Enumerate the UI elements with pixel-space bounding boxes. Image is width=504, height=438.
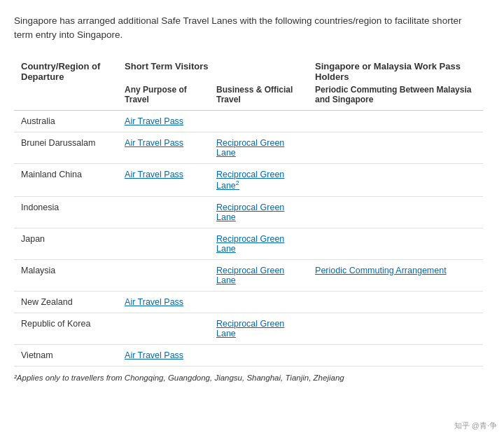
reciprocal-green-lane-link[interactable]: Reciprocal Green Lane bbox=[216, 203, 284, 222]
table-row: VietnamAir Travel Pass bbox=[14, 344, 483, 366]
table-row: AustraliaAir Travel Pass bbox=[14, 110, 483, 132]
air-travel-pass-link[interactable]: Air Travel Pass bbox=[125, 170, 183, 179]
air-travel-pass-link[interactable]: Air Travel Pass bbox=[125, 116, 183, 126]
header-row-1: Country/Region of Departure Short Term V… bbox=[14, 55, 483, 83]
business-travel-cell[interactable]: Reciprocal Green Lane bbox=[209, 313, 308, 344]
table-row: New ZealandAir Travel Pass bbox=[14, 291, 483, 313]
table-row: Brunei DarussalamAir Travel PassReciproc… bbox=[14, 132, 483, 163]
any-purpose-cell[interactable]: Air Travel Pass bbox=[118, 110, 209, 132]
col-short-term-header: Short Term Visitors bbox=[118, 55, 308, 83]
air-travel-pass-link[interactable]: Air Travel Pass bbox=[125, 297, 183, 307]
footnote-text: ²Applies only to travellers from Chongqi… bbox=[14, 374, 483, 382]
travel-lanes-table: Country/Region of Departure Short Term V… bbox=[14, 55, 483, 367]
watermark: 知乎 @青·争 bbox=[454, 420, 497, 431]
country-cell: New Zealand bbox=[14, 291, 118, 313]
table-row: Mainland ChinaAir Travel PassReciprocal … bbox=[14, 163, 483, 196]
any-purpose-cell[interactable]: Air Travel Pass bbox=[118, 163, 209, 196]
header-row-2: Any Purpose of Travel Business & Officia… bbox=[14, 83, 483, 111]
periodic-commuting-cell bbox=[308, 228, 483, 259]
periodic-commuting-cell bbox=[308, 132, 483, 163]
business-travel-cell bbox=[209, 110, 308, 132]
periodic-commuting-cell bbox=[308, 344, 483, 366]
business-travel-cell[interactable]: Reciprocal Green Lane bbox=[209, 228, 308, 259]
business-travel-cell bbox=[209, 291, 308, 313]
reciprocal-green-lane-link[interactable]: Reciprocal Green Lane bbox=[216, 234, 284, 254]
country-cell: Mainland China bbox=[14, 163, 118, 196]
reciprocal-green-lane-link[interactable]: Reciprocal Green Lane2 bbox=[216, 170, 284, 191]
business-travel-cell[interactable]: Reciprocal Green Lane bbox=[209, 132, 308, 163]
reciprocal-green-lane-link[interactable]: Reciprocal Green Lane bbox=[216, 138, 284, 158]
business-travel-cell[interactable]: Reciprocal Green Lane bbox=[209, 259, 308, 291]
country-cell: Japan bbox=[14, 228, 118, 259]
business-travel-cell bbox=[209, 344, 308, 366]
any-purpose-cell bbox=[118, 313, 209, 344]
periodic-commuting-cell bbox=[308, 110, 483, 132]
col-work-pass-header: Singapore or Malaysia Work Pass Holders bbox=[308, 55, 483, 83]
country-cell: Vietnam bbox=[14, 344, 118, 366]
air-travel-pass-link[interactable]: Air Travel Pass bbox=[125, 138, 183, 148]
country-cell: Indonesia bbox=[14, 196, 118, 228]
any-purpose-cell[interactable]: Air Travel Pass bbox=[118, 344, 209, 366]
periodic-commuting-cell bbox=[308, 313, 483, 344]
intro-text: Singapore has arranged additional Safe T… bbox=[14, 14, 483, 43]
col-periodic-header: Periodic Commuting Between Malaysia and … bbox=[308, 83, 483, 111]
any-purpose-cell[interactable]: Air Travel Pass bbox=[118, 132, 209, 163]
table-row: MalaysiaReciprocal Green LanePeriodic Co… bbox=[14, 259, 483, 291]
periodic-commuting-cell bbox=[308, 196, 483, 228]
country-cell: Republic of Korea bbox=[14, 313, 118, 344]
periodic-commuting-cell bbox=[308, 163, 483, 196]
reciprocal-green-lane-link[interactable]: Reciprocal Green Lane bbox=[216, 319, 284, 338]
air-travel-pass-link[interactable]: Air Travel Pass bbox=[125, 350, 183, 360]
periodic-commuting-cell bbox=[308, 291, 483, 313]
col-country-subheader bbox=[14, 83, 118, 111]
col-any-purpose-header: Any Purpose of Travel bbox=[118, 83, 209, 111]
country-cell: Brunei Darussalam bbox=[14, 132, 118, 163]
business-travel-cell[interactable]: Reciprocal Green Lane2 bbox=[209, 163, 308, 196]
country-cell: Australia bbox=[14, 110, 118, 132]
any-purpose-cell bbox=[118, 196, 209, 228]
table-row: JapanReciprocal Green Lane bbox=[14, 228, 483, 259]
reciprocal-green-lane-link[interactable]: Reciprocal Green Lane bbox=[216, 266, 284, 285]
periodic-commuting-cell[interactable]: Periodic Commuting Arrangement bbox=[308, 259, 483, 291]
any-purpose-cell bbox=[118, 228, 209, 259]
periodic-commuting-link[interactable]: Periodic Commuting Arrangement bbox=[315, 266, 447, 275]
any-purpose-cell[interactable]: Air Travel Pass bbox=[118, 291, 209, 313]
col-country-header: Country/Region of Departure bbox=[14, 55, 118, 83]
business-travel-cell[interactable]: Reciprocal Green Lane bbox=[209, 196, 308, 228]
country-cell: Malaysia bbox=[14, 259, 118, 291]
any-purpose-cell bbox=[118, 259, 209, 291]
table-row: Republic of KoreaReciprocal Green Lane bbox=[14, 313, 483, 344]
table-row: IndonesiaReciprocal Green Lane bbox=[14, 196, 483, 228]
col-business-header: Business & Official Travel bbox=[209, 83, 308, 111]
